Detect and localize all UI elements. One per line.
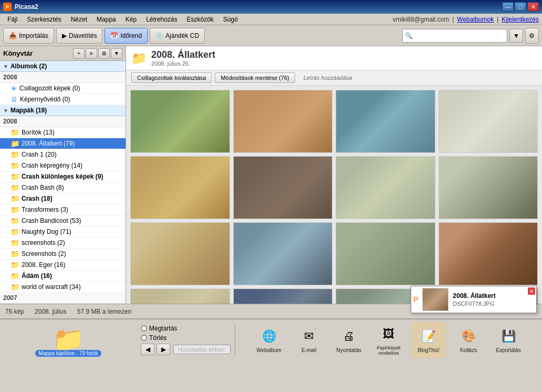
- content-title: 2008. Állatkert: [151, 49, 215, 60]
- menu-help[interactable]: Súgó: [219, 15, 242, 24]
- sidebar-item-crash-bandicoot[interactable]: 📁 Crash Bandicoot (53): [0, 215, 126, 226]
- email-button[interactable]: ✉ E-mail: [291, 321, 327, 359]
- photo-cell-2[interactable]: [233, 90, 333, 153]
- folders-section-header[interactable]: ▼ Mappák (19): [0, 105, 126, 116]
- sidebar-item-screensaver[interactable]: 🖥 Képernyővédő (0): [0, 94, 126, 105]
- photo-cell-9[interactable]: [130, 222, 230, 285]
- add-button[interactable]: Hozzáadás ehhez:: [173, 345, 231, 354]
- folder-icon: 📁: [11, 150, 19, 159]
- content-date: 2008. július 26.: [151, 60, 215, 67]
- delete-radio[interactable]: Törlés: [141, 334, 166, 342]
- sidebar-item-crash[interactable]: 📁 Crash (18): [0, 193, 126, 204]
- timeline-button[interactable]: 📅 Időrend: [105, 28, 148, 44]
- print-label: Nyomtatás: [336, 347, 361, 353]
- sidebar-item-screenshots-upper[interactable]: 📁 Screenshots (2): [0, 249, 126, 260]
- list-view-button[interactable]: ≡: [86, 48, 97, 59]
- sidebar-item-crash-kepregeny[interactable]: 📁 Crash képregény (14): [0, 160, 126, 171]
- photo-cell-5[interactable]: [130, 156, 230, 219]
- stars-filter-button[interactable]: Csillagozottak kiválasztása: [131, 73, 212, 83]
- email-label: E-mail: [301, 347, 316, 353]
- next-button[interactable]: ▶: [157, 344, 170, 355]
- sidebar-menu-button[interactable]: ▼: [111, 48, 122, 59]
- menu-image[interactable]: Kép: [121, 15, 141, 24]
- menu-file[interactable]: Fájl: [3, 15, 22, 24]
- folder-icon: 📁: [11, 183, 19, 192]
- grid-view-button[interactable]: ⊞: [98, 48, 110, 59]
- gift-cd-button[interactable]: 💿 Ajándék CD: [150, 28, 205, 44]
- titlebar-controls: — □ ✕: [502, 2, 539, 12]
- sidebar-item-naughty-dog[interactable]: 📁 Naughty Dog (71): [0, 226, 126, 238]
- sidebar-item-crash1[interactable]: 📁 Crash 1 (20): [0, 149, 126, 160]
- menubar-user: vmiki88@gmail.com | Webalbumok | Kijelen…: [393, 16, 539, 23]
- sidebar-item-wow[interactable]: 📁 world of warcraft (34): [0, 282, 126, 293]
- album-icon: ★: [11, 84, 17, 92]
- tooltip-filename: DSCF0778.JPG: [453, 301, 495, 307]
- export-button[interactable]: 💾 Exportálás: [491, 321, 526, 359]
- sidebar-item-transformers[interactable]: 📁 Transformers (3): [0, 204, 126, 215]
- sidebar-item-starred[interactable]: ★ Csillagozott képek (0): [0, 83, 126, 94]
- search-input[interactable]: [415, 32, 505, 39]
- folders-section-label: Mappák (19): [11, 107, 47, 114]
- add-album-button[interactable]: +: [73, 48, 85, 59]
- photo-cell-12[interactable]: [439, 222, 538, 285]
- add-description-link[interactable]: Leírás hozzáadása: [298, 73, 358, 83]
- collage-button[interactable]: 🎨 Kollázs: [451, 321, 486, 359]
- photo-cell-1[interactable]: [130, 90, 230, 153]
- logout-link[interactable]: Kijelentkezés: [502, 16, 539, 23]
- photo-cell-10[interactable]: [233, 222, 333, 285]
- minimize-button[interactable]: —: [502, 2, 514, 12]
- close-button[interactable]: ✕: [527, 2, 539, 12]
- menu-create[interactable]: Létrehozás: [142, 15, 181, 24]
- photo-cell-3[interactable]: [336, 90, 435, 153]
- search-dropdown[interactable]: ▼: [509, 29, 523, 43]
- photo-cell-4[interactable]: [439, 90, 538, 153]
- maximize-button[interactable]: □: [515, 2, 526, 12]
- folder-icon: 📁: [11, 250, 19, 258]
- blog-button[interactable]: 📝 BlogThis!: [411, 321, 446, 359]
- menu-folder[interactable]: Mappa: [92, 15, 120, 24]
- sidebar-item-allatkert[interactable]: 📁 2008. Állatkert (79): [0, 138, 126, 149]
- library-title: Könyvtár: [3, 49, 33, 57]
- menubar: Fájl Szerkesztés Nézet Mappa Kép Létreho…: [0, 14, 542, 25]
- photo-cell-6[interactable]: [233, 156, 333, 219]
- toolbar-options[interactable]: ⚙: [525, 28, 539, 44]
- menu-tools[interactable]: Eszközök: [183, 15, 218, 24]
- tooltip-close-button[interactable]: ✕: [528, 287, 535, 295]
- albums-section-header[interactable]: ▼ Albumok (2): [0, 61, 126, 72]
- webalbum-button[interactable]: 🌐 Webalbum: [251, 321, 287, 359]
- web-albums-link[interactable]: Webalbumok: [457, 16, 494, 23]
- slideshow-button[interactable]: ▶ Diavetítés: [56, 28, 102, 44]
- keep-radio[interactable]: Megtartás: [141, 325, 177, 332]
- sidebar-item-boritok[interactable]: 📁 Borítók (13): [0, 127, 126, 138]
- import-label: Importálás: [19, 32, 48, 39]
- delete-radio-indicator: [141, 335, 147, 341]
- sidebar-item-screenshots-lower[interactable]: 📁 screenshots (2): [0, 238, 126, 249]
- import-button[interactable]: 📥 Importálás: [3, 28, 54, 44]
- prev-button[interactable]: ◀: [141, 344, 154, 355]
- slideshow-label: Diavetítés: [69, 32, 97, 39]
- save-changes-button[interactable]: Módosítások mentése (76): [215, 73, 295, 83]
- photo-cell-7[interactable]: [336, 156, 435, 219]
- photo-thumb-9: [131, 223, 230, 285]
- year-2007: 2007: [0, 293, 126, 304]
- photo-cell-14[interactable]: [233, 288, 333, 304]
- print-button[interactable]: 🖨 Nyomtatás: [331, 321, 367, 359]
- menu-view[interactable]: Nézet: [67, 15, 91, 24]
- sidebar-item-adam[interactable]: 📁 Ádám (16): [0, 271, 126, 282]
- order-button[interactable]: 🖼 Papírképek rendelése: [371, 321, 407, 359]
- sidebar-item-crash-kulonleges[interactable]: 📁 Crash különleges képek (9): [0, 171, 126, 182]
- menu-edit[interactable]: Szerkesztés: [23, 15, 65, 24]
- folder-icon: 📁: [11, 194, 19, 203]
- year-2008-albums: 2008: [0, 72, 126, 83]
- sidebar-item-crash-bash[interactable]: 📁 Crash Bash (8): [0, 182, 126, 193]
- search-box: 🔍: [402, 29, 507, 43]
- screensaver-label: Képernyővédő (0): [20, 96, 70, 103]
- app-title: Picasa2: [15, 3, 38, 11]
- year-2008-folders: 2008: [0, 116, 126, 127]
- photo-grid: [126, 86, 542, 304]
- photo-cell-11[interactable]: [336, 222, 435, 285]
- sidebar-item-eger[interactable]: 📁 2008. Eger (16): [0, 260, 126, 271]
- photo-thumb-1: [131, 90, 230, 152]
- photo-cell-8[interactable]: [439, 156, 538, 219]
- photo-cell-13[interactable]: [130, 288, 230, 304]
